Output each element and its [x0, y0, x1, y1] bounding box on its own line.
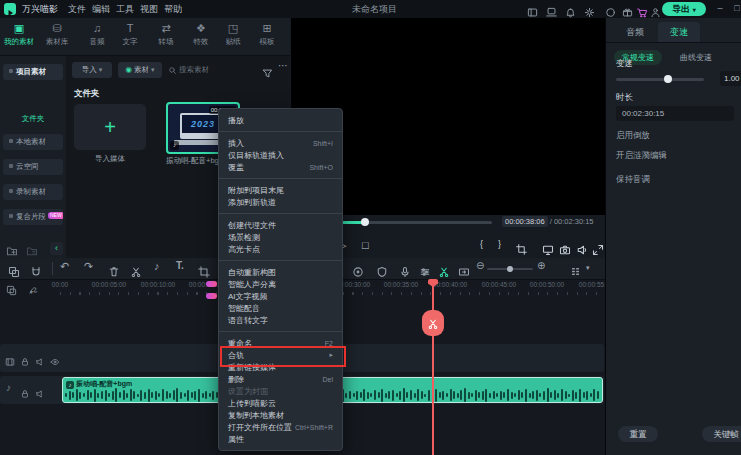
- option-reverse[interactable]: 启用倒放: [616, 130, 650, 142]
- sidebar-item-local-media[interactable]: 本地素材: [3, 134, 63, 150]
- tab-audio-properties[interactable]: 音频: [614, 22, 656, 42]
- export-button[interactable]: 导出 ▾: [662, 2, 706, 16]
- render-preview-icon[interactable]: [352, 262, 365, 275]
- split-scissors-icon[interactable]: [130, 262, 143, 275]
- timeline-zoom-handle[interactable]: [507, 266, 513, 272]
- menu-item-auto-reframe[interactable]: 自动重新构图: [219, 266, 342, 278]
- lock-icon[interactable]: [20, 352, 31, 363]
- expand-preview-icon[interactable]: [592, 240, 605, 253]
- chevron-down-icon[interactable]: ▾: [586, 264, 590, 272]
- lock-icon[interactable]: [20, 384, 31, 395]
- track-manage-icon[interactable]: [6, 281, 18, 293]
- speed-slider-handle[interactable]: [664, 75, 672, 83]
- stop-button[interactable]: □: [362, 239, 369, 251]
- fullscreen-display-icon[interactable]: [542, 240, 555, 253]
- zoom-in-icon[interactable]: ⊕: [537, 260, 545, 271]
- option-maintain-pitch[interactable]: 保持音调: [616, 174, 650, 186]
- media-bin-view-icon[interactable]: [8, 262, 21, 275]
- menu-item-copy-to-local[interactable]: 复制到本地素材: [219, 409, 342, 421]
- menu-view[interactable]: 视图: [136, 0, 162, 18]
- menu-item-ai-voice[interactable]: 智能配音: [219, 302, 342, 314]
- volume-icon[interactable]: [576, 240, 589, 253]
- timeline-zoom-slider[interactable]: [487, 268, 533, 270]
- maximize-button[interactable]: □: [730, 0, 741, 18]
- tab-effects[interactable]: ❖特效: [184, 21, 218, 47]
- settings-icon[interactable]: [584, 3, 596, 15]
- menu-item-highlight-beat[interactable]: 高光卡点: [219, 243, 342, 255]
- crop-tool-icon[interactable]: [198, 262, 211, 275]
- menu-item-speech-to-text[interactable]: 语音转文字: [219, 314, 342, 326]
- marker-pen-icon[interactable]: [28, 281, 40, 293]
- menu-item-play[interactable]: 播放: [219, 114, 342, 126]
- snap-magnet-icon[interactable]: ▾: [30, 262, 43, 275]
- sidebar-item-compound-clip[interactable]: 复合片段NEW: [3, 209, 63, 225]
- media-filter-button[interactable]: ◉ 素材 ▾: [118, 62, 162, 78]
- cart-icon[interactable]: [637, 3, 649, 15]
- user-icon[interactable]: [650, 3, 662, 15]
- duration-value-field[interactable]: 00:02:30:15: [616, 106, 734, 121]
- minimize-button[interactable]: –: [713, 0, 727, 18]
- menu-item-delete[interactable]: 删除Del: [219, 373, 342, 385]
- zoom-out-icon[interactable]: ⊖: [476, 260, 484, 271]
- tab-stickers[interactable]: ◳贴纸: [216, 21, 250, 47]
- menu-item-add-to-new-track[interactable]: 添加到新轨道: [219, 196, 342, 208]
- eye-icon[interactable]: [50, 352, 61, 363]
- playhead-split-button[interactable]: [422, 310, 444, 336]
- track-height-icon[interactable]: [570, 262, 583, 275]
- more-options-icon[interactable]: ⋯: [278, 60, 288, 71]
- help-icon[interactable]: [605, 3, 617, 15]
- menu-help[interactable]: 帮助: [160, 0, 186, 18]
- menu-file[interactable]: 文件: [64, 0, 90, 18]
- app-name-menu[interactable]: 万兴喵影: [18, 0, 62, 18]
- delete-icon[interactable]: [108, 262, 121, 275]
- gift-icon[interactable]: [622, 3, 634, 15]
- add-text-icon[interactable]: T.: [176, 260, 184, 271]
- menu-item-insert[interactable]: 插入Shift+I: [219, 137, 342, 149]
- tab-my-media[interactable]: ▣我的素材: [2, 21, 36, 47]
- tab-speed-properties[interactable]: 变速: [658, 22, 700, 42]
- menu-item-vocal-separation[interactable]: 智能人声分离: [219, 278, 342, 290]
- sidebar-item-cloud-space[interactable]: 云空间: [3, 159, 63, 175]
- speed-value-field[interactable]: 1.00: [720, 71, 741, 86]
- speed-slider[interactable]: [616, 78, 704, 81]
- reset-button[interactable]: 重置: [618, 426, 658, 442]
- trim-icon[interactable]: [458, 262, 471, 275]
- mixer-icon[interactable]: [419, 262, 432, 275]
- sidebar-item-project-media[interactable]: 项目素材: [3, 64, 63, 80]
- mark-in-button[interactable]: {: [480, 239, 483, 249]
- mark-out-button[interactable]: }: [498, 239, 501, 249]
- sidebar-item-recordings[interactable]: 录制素材: [3, 184, 63, 200]
- menu-item-append-to-project[interactable]: 附加到项目末尾: [219, 184, 342, 196]
- option-ripple-edit[interactable]: 开启涟漪编辑: [616, 150, 667, 162]
- tab-text[interactable]: T文字: [113, 21, 147, 47]
- workspace-layout-icon[interactable]: [527, 3, 539, 15]
- filter-icon[interactable]: [262, 64, 274, 76]
- tab-audio[interactable]: ♫音频: [80, 21, 114, 47]
- collapse-sidebar-icon[interactable]: ‹: [50, 242, 63, 255]
- menu-item-create-proxy[interactable]: 创建代理文件: [219, 219, 342, 231]
- seekbar-handle[interactable]: [361, 218, 369, 226]
- crop-preview-icon[interactable]: ▾: [516, 240, 529, 253]
- menu-item-upload-to-cloud[interactable]: 上传到喵影云: [219, 397, 342, 409]
- new-folder-icon[interactable]: [6, 241, 19, 254]
- tab-transitions[interactable]: ⇄转场: [149, 21, 183, 47]
- tab-stock-library[interactable]: ⛁素材库: [40, 21, 74, 47]
- menu-item-insert-target-track[interactable]: 仅目标轨道插入: [219, 149, 342, 161]
- undo-icon[interactable]: ↶: [60, 260, 69, 273]
- tab-templates[interactable]: ⊞模板: [250, 21, 284, 47]
- menu-item-scene-detection[interactable]: 场景检测: [219, 231, 342, 243]
- playhead[interactable]: [432, 279, 434, 455]
- snapshot-camera-icon[interactable]: [559, 240, 572, 253]
- menu-item-ai-text-video[interactable]: AI文字视频: [219, 290, 342, 302]
- import-media-tile[interactable]: +: [74, 104, 146, 150]
- curve-speed-pill[interactable]: 曲线变速: [672, 50, 720, 65]
- menu-edit[interactable]: 编辑: [88, 0, 114, 18]
- beat-detect-icon[interactable]: ♪: [154, 260, 160, 272]
- voiceover-mic-icon[interactable]: [399, 262, 412, 275]
- mark-shield-icon[interactable]: [376, 262, 389, 275]
- mute-track-icon[interactable]: [35, 352, 46, 363]
- menu-item-overwrite[interactable]: 覆盖Shift+O: [219, 161, 342, 173]
- mute-track-icon[interactable]: [35, 384, 46, 395]
- keyframe-button[interactable]: 关键帧: [702, 426, 741, 442]
- sidebar-item-folder[interactable]: 文件夹: [0, 114, 66, 124]
